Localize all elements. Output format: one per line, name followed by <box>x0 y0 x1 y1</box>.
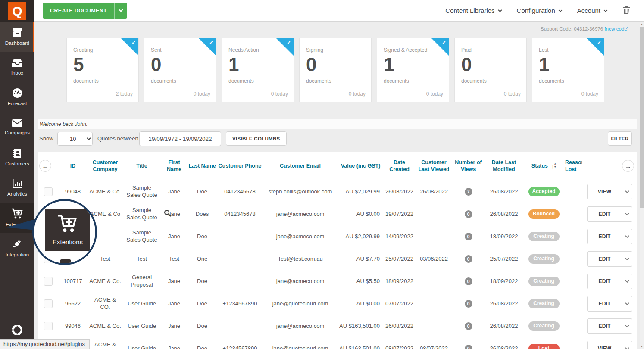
status-card[interactable]: Creating5documents2 today✓ <box>66 38 139 102</box>
sidebar-item-inbox[interactable]: Inbox <box>0 52 34 82</box>
quotecloud-logo[interactable]: Q <box>8 2 26 20</box>
cell-text: jane@acmeco.com <box>276 278 324 285</box>
column-header[interactable]: First Name <box>161 152 187 181</box>
views-count-badge: 7 <box>465 188 472 196</box>
column-header[interactable]: Reason Lost <box>564 152 582 181</box>
sidebar-item-label: Analytics <box>7 191 27 196</box>
cell-company: ACME & CO. <box>88 293 122 315</box>
edit-button[interactable]: EDIT <box>587 274 632 289</box>
cell-views: 0 <box>452 270 485 293</box>
table-row: TestTestTestOneTest@test.com.auAU $7.702… <box>38 248 582 270</box>
chevron-down-icon[interactable] <box>114 3 127 19</box>
card-unit: documents <box>461 78 487 84</box>
view-button[interactable]: VIEW <box>587 341 632 349</box>
chevron-down-icon[interactable] <box>622 207 632 221</box>
cell-text: Sample Sales Quote <box>126 229 157 244</box>
scrollbar-down-arrow[interactable]: ▼ <box>640 345 644 348</box>
dashboard-box-icon <box>12 28 23 38</box>
visible-columns-button[interactable]: VISIBLE COLUMNS <box>226 131 287 146</box>
status-card[interactable]: Signing0documents0 today <box>299 38 372 102</box>
row-checkbox[interactable] <box>44 299 53 308</box>
sidebar-item-forecast[interactable]: Forecast <box>0 82 34 112</box>
magnifier-loupe: Extentions <box>32 199 97 265</box>
cell-text: jane@acmeco.com <box>276 323 324 330</box>
edit-button[interactable]: EDIT <box>587 206 632 222</box>
scrollbar-thumb[interactable] <box>640 27 644 208</box>
column-header[interactable]: Customer Phone <box>217 152 263 181</box>
cell-text: AU $2,029.99 <box>345 233 380 240</box>
sidebar-item-customers[interactable]: Customers <box>0 142 34 172</box>
scroll-columns-right-button[interactable]: → <box>622 160 634 172</box>
status-card[interactable]: Lost1documents0 today✓ <box>532 38 604 102</box>
column-header-label: Customer Last Viewed <box>416 159 451 173</box>
scrollbar-up-arrow[interactable]: ▲ <box>640 23 644 26</box>
column-header[interactable]: Last Name <box>187 152 217 181</box>
chevron-down-icon[interactable] <box>622 252 632 266</box>
sidebar-item-analytics[interactable]: Analytics <box>0 172 34 203</box>
cell-title: Sample Sales Quote <box>122 203 161 225</box>
sort-az-icon[interactable]: ↓AZ <box>551 163 556 169</box>
status-card[interactable]: Paid0documents0 today <box>454 38 527 102</box>
menu-account[interactable]: Account <box>577 7 608 14</box>
new-code-link[interactable]: [new code] <box>604 26 628 31</box>
chevron-down-icon[interactable] <box>622 229 632 244</box>
column-header[interactable]: Date Created <box>383 152 416 181</box>
status-card[interactable]: Needs Action1documents0 today✓ <box>222 38 294 102</box>
cell-text: User Guide <box>128 323 156 330</box>
cell-value: AU $2,029.99 <box>338 225 383 248</box>
edit-button[interactable]: EDIT <box>587 229 632 244</box>
edit-button[interactable]: EDIT <box>587 296 632 312</box>
menu-configuration[interactable]: Configuration <box>517 7 563 14</box>
column-header[interactable]: Customer Company <box>88 152 122 181</box>
cell-text: ACME & Co. <box>89 188 121 196</box>
column-header[interactable]: Customer Last Viewed <box>416 152 452 181</box>
column-header[interactable]: Date Last Modified <box>485 152 523 181</box>
card-unit: documents <box>384 78 409 84</box>
cell-last: Doe <box>187 225 217 248</box>
row-checkbox[interactable] <box>44 322 53 330</box>
edit-button[interactable]: EDIT <box>587 318 632 334</box>
column-header[interactable]: Status↓AZ <box>523 152 564 181</box>
chevron-down-icon[interactable] <box>622 274 632 289</box>
row-checkbox[interactable] <box>44 277 53 286</box>
cell-phone <box>217 315 263 337</box>
menu-content-libraries[interactable]: Content Libraries <box>445 7 502 14</box>
main-content: Support Code: 04312-36976 [new code] Cre… <box>34 22 640 349</box>
card-unit: documents <box>539 78 564 84</box>
column-header[interactable]: ID <box>58 152 88 181</box>
column-header[interactable]: Value (inc GST) <box>338 152 383 181</box>
page-scrollbar[interactable]: ▲ ▼ <box>640 22 644 349</box>
trash-icon[interactable] <box>622 6 630 16</box>
scroll-columns-left-button[interactable]: ← <box>39 160 51 172</box>
chevron-down-icon <box>603 9 608 12</box>
cell-value: AU $163,501.00 <box>338 315 383 337</box>
date-range-input[interactable] <box>139 131 221 146</box>
cell-title: User Guide <box>122 337 161 349</box>
chevron-down-icon[interactable] <box>622 341 632 349</box>
column-header[interactable]: Title <box>122 152 161 181</box>
column-header-label: ID <box>70 163 76 170</box>
column-header-label: First Name <box>162 159 186 173</box>
cell-viewed <box>416 293 452 315</box>
chevron-down-icon[interactable] <box>622 184 632 199</box>
sidebar-item-campaigns[interactable]: Campaigns <box>0 112 34 142</box>
chevron-down-icon[interactable] <box>622 319 632 333</box>
status-card[interactable]: Sent0documents0 today✓ <box>144 38 216 102</box>
chevron-down-icon[interactable] <box>622 296 632 311</box>
cell-text: 96622 <box>65 300 81 308</box>
cell-text: One <box>197 256 208 263</box>
view-button[interactable]: VIEW <box>587 184 632 199</box>
column-header[interactable]: Customer Email <box>263 152 338 181</box>
column-header[interactable]: Number of Views <box>452 152 485 181</box>
status-card[interactable]: Signed & Accepted1documents0 today✓ <box>377 38 449 102</box>
show-page-size-select[interactable]: 10 <box>57 132 93 146</box>
filter-button[interactable]: FILTER <box>608 131 632 146</box>
sidebar-item-integration[interactable]: Integration <box>0 233 34 263</box>
row-checkbox[interactable] <box>44 187 53 196</box>
create-document-button[interactable]: CREATE DOCUMENT <box>43 3 127 19</box>
sidebar-item-dashboard[interactable]: Dashboard <box>0 22 34 52</box>
check-icon: ✓ <box>597 39 602 46</box>
edit-button[interactable]: EDIT <box>587 251 632 267</box>
table-body: 99048ACME & Co.Sample Sales QuoteJaneDoe… <box>38 181 582 349</box>
cell-text: +1234567890 <box>223 300 257 308</box>
